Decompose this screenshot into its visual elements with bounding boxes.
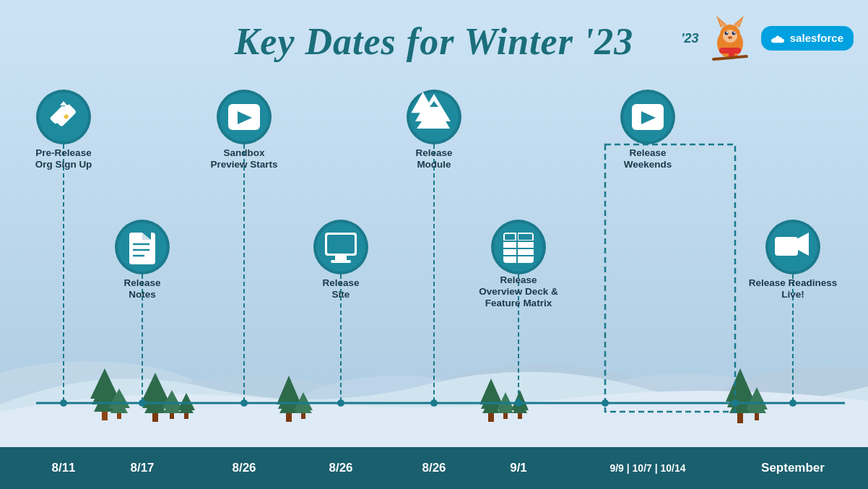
svg-point-66 xyxy=(139,399,146,407)
svg-rect-120 xyxy=(335,256,347,260)
svg-point-8 xyxy=(732,32,735,35)
svg-text:Site: Site xyxy=(332,289,350,300)
svg-text:Release Readiness: Release Readiness xyxy=(749,277,837,288)
date-label-7: September xyxy=(761,461,825,475)
svg-rect-59 xyxy=(737,413,743,423)
svg-text:Module: Module xyxy=(417,159,451,170)
svg-rect-52 xyxy=(503,413,508,419)
svg-rect-31 xyxy=(152,413,158,422)
svg-point-7 xyxy=(724,32,728,35)
svg-text:Org Sign Up: Org Sign Up xyxy=(35,159,92,170)
logo-area: '23 xyxy=(681,13,854,64)
date-label-4: 8/26 xyxy=(422,461,446,475)
date-label-3: 8/26 xyxy=(329,461,352,475)
svg-rect-62 xyxy=(755,413,759,420)
svg-text:Release: Release xyxy=(500,274,537,285)
svg-text:Weekends: Weekends xyxy=(624,159,672,170)
date-label-5: 9/1 xyxy=(510,461,527,475)
svg-rect-24 xyxy=(102,412,108,420)
svg-text:Release: Release xyxy=(123,277,161,288)
svg-rect-119 xyxy=(327,235,355,254)
svg-text:Release: Release xyxy=(629,147,667,158)
svg-text:Notes: Notes xyxy=(129,289,156,300)
svg-rect-130 xyxy=(518,234,532,240)
svg-rect-45 xyxy=(301,413,305,419)
svg-point-64 xyxy=(60,399,67,407)
svg-point-77 xyxy=(732,399,739,407)
svg-text:Overview Deck &: Overview Deck & xyxy=(479,286,558,297)
svg-rect-34 xyxy=(170,413,174,419)
date-bar: 8/11 8/17 8/26 8/26 8/26 9/1 9/9 | 10/7 … xyxy=(0,447,868,489)
salesforce-logo: salesforce xyxy=(761,26,854,50)
svg-text:Preview Starts: Preview Starts xyxy=(210,159,277,170)
svg-rect-49 xyxy=(488,413,494,422)
svg-rect-121 xyxy=(331,260,351,263)
svg-rect-27 xyxy=(117,413,121,419)
svg-text:Feature Matrix: Feature Matrix xyxy=(485,298,552,308)
svg-text:Live!: Live! xyxy=(781,289,804,300)
date-label-1: 8/17 xyxy=(130,461,154,475)
svg-point-11 xyxy=(728,36,732,39)
svg-rect-133 xyxy=(775,237,798,256)
svg-point-68 xyxy=(240,399,248,407)
svg-text:Release: Release xyxy=(322,277,360,288)
fox-mascot xyxy=(705,13,755,64)
svg-point-9 xyxy=(726,32,728,33)
svg-point-70 xyxy=(337,399,344,407)
svg-text:Pre-Release: Pre-Release xyxy=(35,147,92,158)
svg-rect-37 xyxy=(184,413,188,419)
svg-point-10 xyxy=(734,32,735,33)
svg-point-72 xyxy=(430,399,438,407)
svg-rect-129 xyxy=(505,234,515,240)
winter23-badge: '23 xyxy=(681,31,698,46)
svg-text:Sandbox: Sandbox xyxy=(223,147,264,158)
svg-rect-41 xyxy=(286,413,292,422)
timeline-svg: Pre-Release Org Sign Up Sandbox Preview … xyxy=(0,79,868,455)
svg-point-80 xyxy=(789,399,797,407)
date-label-2: 8/26 xyxy=(232,461,256,475)
page: Key Dates for Winter '23 '23 xyxy=(0,0,868,489)
svg-text:Release: Release xyxy=(415,147,453,158)
date-label-6: 9/9 | 10/7 | 10/14 xyxy=(609,462,685,474)
svg-point-76 xyxy=(602,399,609,407)
date-label-0: 8/11 xyxy=(51,461,75,475)
svg-rect-55 xyxy=(518,413,522,419)
svg-point-74 xyxy=(515,399,522,407)
svg-rect-75 xyxy=(605,144,735,412)
